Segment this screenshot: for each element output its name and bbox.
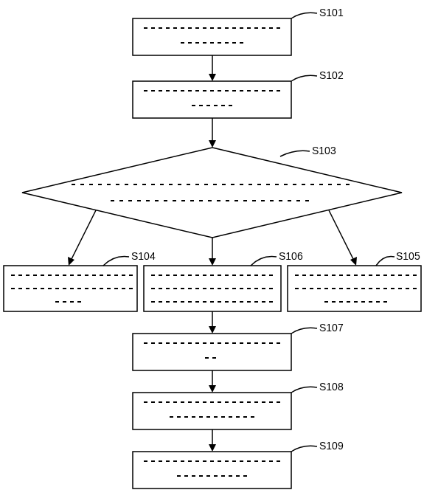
label-s104: S104 [131,250,156,262]
node-s109 [133,452,291,489]
label-s101: S101 [319,7,344,18]
svg-marker-315 [209,444,216,452]
svg-marker-30 [209,74,216,81]
flowchart-diagram: S101 S102 S103 S104 [0,0,424,504]
node-s106 [144,266,281,311]
svg-marker-58 [209,140,216,148]
node-s104 [4,266,137,311]
svg-marker-120 [350,257,357,266]
node-s105 [288,266,421,311]
node-s101 [133,18,291,55]
svg-rect-0 [133,18,291,55]
svg-rect-258 [133,334,291,370]
node-s102 [133,81,291,118]
svg-rect-316 [133,452,291,489]
svg-marker-281 [209,385,216,393]
svg-marker-59 [22,148,402,238]
node-s103 [22,148,402,238]
node-s108 [133,393,291,429]
label-s108: S108 [319,381,344,393]
label-s106: S106 [279,250,303,262]
label-s102: S102 [319,69,344,81]
svg-line-119 [329,210,355,262]
label-s109: S109 [319,440,344,452]
svg-rect-282 [133,393,291,429]
node-s107 [133,334,291,370]
label-s105: S105 [396,250,420,262]
label-s107: S107 [319,322,344,334]
svg-marker-118 [209,258,216,266]
svg-line-115 [70,210,96,262]
svg-rect-31 [133,81,291,118]
label-s103: S103 [312,145,336,156]
svg-marker-257 [209,326,216,334]
svg-marker-116 [68,257,74,266]
